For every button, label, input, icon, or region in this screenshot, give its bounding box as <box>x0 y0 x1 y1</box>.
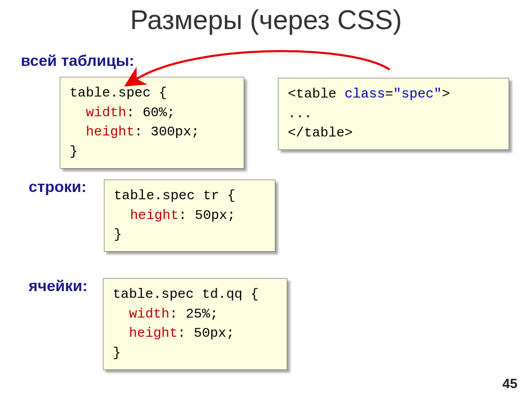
label-row: строки: <box>29 178 86 196</box>
code-text: table.spec tr { <box>114 188 235 203</box>
code-text: } <box>70 144 78 159</box>
code-text: ... <box>288 106 312 121</box>
code-attr: class <box>344 86 385 102</box>
code-box-cell: table.spec td.qq { width: 25%; height: 5… <box>103 278 287 370</box>
code-text: } <box>114 227 122 242</box>
code-text: : 25%; <box>169 306 218 322</box>
slide-title: Размеры (через CSS) <box>0 4 532 35</box>
code-text: } <box>113 345 121 361</box>
code-text: table.spec td.qq { <box>113 286 259 302</box>
code-text: : 50px; <box>178 325 234 341</box>
code-box-table: table.spec { width: 60%; height: 300px; … <box>60 77 244 169</box>
code-prop: width <box>129 306 169 322</box>
code-text: : 60%; <box>126 105 175 120</box>
code-str: "spec" <box>393 86 442 102</box>
code-prop: height <box>130 208 179 223</box>
slide: Размеры (через CSS) всей таблицы: строки… <box>0 0 532 398</box>
label-cell: ячейки: <box>29 277 88 295</box>
label-whole-table: всей таблицы: <box>21 52 135 70</box>
code-prop: height <box>129 325 178 341</box>
code-text: = <box>385 86 393 102</box>
code-text: <table <box>288 86 344 102</box>
code-prop: width <box>86 105 126 120</box>
page-number: 45 <box>502 376 517 392</box>
code-text: > <box>442 86 450 102</box>
code-box-row: table.spec tr { height: 50px; } <box>104 180 275 252</box>
code-text: table.spec { <box>70 85 167 101</box>
code-box-html: <table class="spec"> ... </table> <box>278 78 509 150</box>
code-prop: height <box>86 124 135 140</box>
code-text: : 50px; <box>179 208 235 223</box>
code-text: </table> <box>288 125 353 141</box>
code-text: : 300px; <box>135 124 200 140</box>
